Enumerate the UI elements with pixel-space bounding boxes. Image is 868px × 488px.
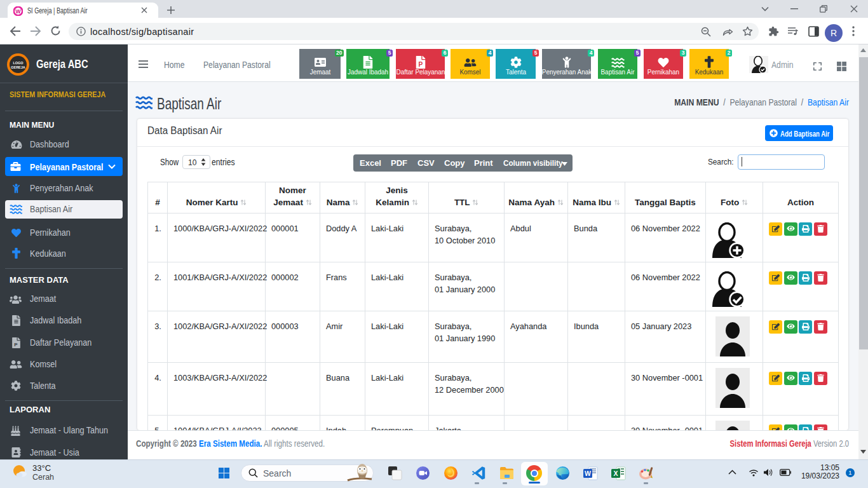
svg-text:P: P [418, 61, 423, 68]
svg-text:W: W [15, 8, 21, 15]
svg-text:W: W [585, 470, 591, 477]
svg-text:P: P [14, 342, 18, 348]
svg-text:X: X [613, 470, 618, 477]
